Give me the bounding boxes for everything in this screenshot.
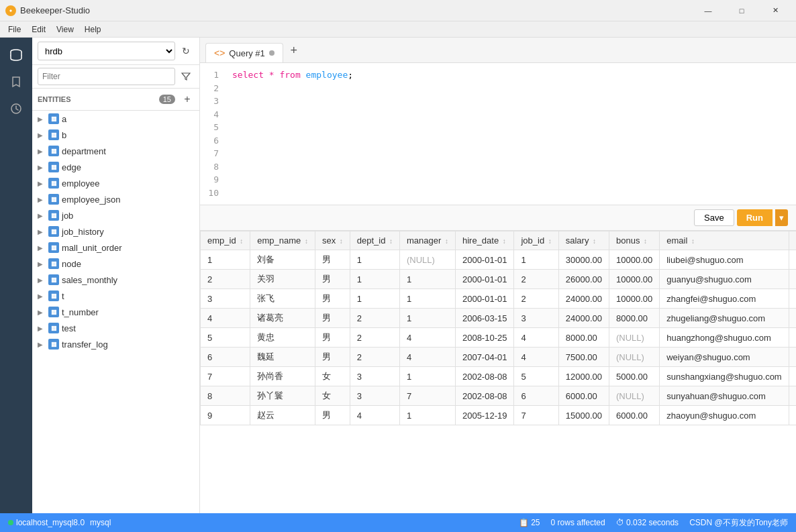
save-button[interactable]: Save [694,209,734,226]
list-item[interactable]: ▶ ▦ job [32,207,199,223]
bookmarks-icon-btn[interactable] [4,70,28,94]
list-item[interactable]: ▶ ▦ sales_monthly [32,272,199,288]
list-item[interactable]: ▶ ▦ mall_unit_order [32,240,199,256]
col-email[interactable]: email ↕ [660,231,789,250]
minimize-button[interactable]: — [693,0,724,21]
table-row[interactable]: 5黄忠男242008-10-2548000.00(NULL)huangzhong… [201,328,797,348]
col-dept_id[interactable]: dept_id ↕ [350,231,399,250]
editor-area: 12345 678910 select * from employee; [200,63,796,205]
table-cell: sunyahuan@shuguo.com [660,386,789,406]
entity-name-label: department [62,146,106,156]
table-cell: 女 [315,386,350,406]
table-cell: zhugeliang@shuguo.com [660,309,789,328]
filter-input[interactable] [38,68,175,85]
code-line-4 [232,108,791,121]
list-item[interactable]: ▶ ▦ department [32,143,199,159]
results-area[interactable]: emp_id ↕ emp_name ↕ sex ↕ dept_id ↕ mana… [200,231,796,513]
table-row[interactable]: 9赵云男412005-12-19715000.006000.00zhaoyun@… [201,406,797,425]
list-item[interactable]: ▶ ▦ transfer_log [32,336,199,352]
chevron-right-icon: ▶ [38,164,46,171]
entities-label: ENTITIES [38,95,159,103]
menu-edit[interactable]: Edit [26,23,51,36]
code-editor[interactable]: select * from employee; [227,68,796,199]
col-emp_name[interactable]: emp_name ↕ [250,231,315,250]
table-cell: 男 [315,328,350,348]
db-refresh-button[interactable]: ↻ [178,43,194,59]
tab-query1[interactable]: <> Query #1 [205,43,283,62]
table-cell: 2000-01-01 [455,289,514,309]
table-cell: 2000-01-01 [455,270,514,289]
col-hire_date[interactable]: hire_date ↕ [455,231,514,250]
close-button[interactable]: ✕ [760,0,791,21]
table-cell: 4 [400,328,456,348]
db-select[interactable]: hrdb [38,42,175,60]
list-item[interactable]: ▶ ▦ t_number [32,304,199,320]
table-icon: ▦ [48,274,59,285]
col-job_id[interactable]: job_id ↕ [514,231,558,250]
menu-view[interactable]: View [51,23,79,36]
col-comment[interactable]: comme [789,231,796,250]
table-icon: ▦ [48,113,59,124]
table-row[interactable]: 1刘备男1(NULL)2000-01-01130000.0010000.00li… [201,250,797,270]
table-cell: 15000.00 [558,406,609,425]
table-cell: 1 [400,289,456,309]
maximize-button[interactable]: □ [726,0,757,21]
col-salary[interactable]: salary ↕ [558,231,609,250]
entity-name-label: transfer_log [62,339,108,350]
filter-icon[interactable] [178,68,194,85]
table-cell: 孙丫鬟 [250,386,315,406]
code-line-9 [232,173,791,187]
entity-name-label: job [62,211,73,221]
table-row[interactable]: 6魏延男242007-04-0147500.00(NULL)weiyan@shu… [201,348,797,367]
list-item[interactable]: ▶ ▦ t [32,288,199,304]
table-icon: ▦ [48,162,59,172]
connection-status[interactable]: localhost_mysql8.0 [8,518,85,527]
table-cell: weiyan@shuguo.com [660,348,789,367]
col-emp_id[interactable]: emp_id ↕ [201,231,250,250]
list-item[interactable]: ▶ ▦ employee_json [32,191,199,207]
table-row[interactable]: 4诸葛亮男212006-03-15324000.008000.00zhugeli… [201,309,797,328]
table-cell: (NUI [789,270,796,289]
chevron-right-icon: ▶ [38,309,46,316]
list-item[interactable]: ▶ ▦ job_history [32,223,199,240]
results-table: emp_id ↕ emp_name ↕ sex ↕ dept_id ↕ mana… [200,231,796,425]
table-cell: 2 [350,328,399,348]
col-manager[interactable]: manager ↕ [400,231,456,250]
database-icon-btn[interactable] [4,43,28,67]
menu-help[interactable]: Help [79,23,107,36]
code-line-1: select * from employee; [232,68,791,82]
table-cell: 1 [400,309,456,328]
list-item[interactable]: ▶ ▦ edge [32,159,199,175]
table-cell: 3 [201,289,250,309]
list-item[interactable]: ▶ ▦ test [32,320,199,336]
table-cell: 2002-08-08 [455,367,514,386]
table-row[interactable]: 3张飞男112000-01-01224000.0010000.00zhangfe… [201,289,797,309]
table-row[interactable]: 7孙尚香女312002-08-08512000.005000.00sunshan… [201,367,797,386]
col-sex[interactable]: sex ↕ [315,231,350,250]
list-item[interactable]: ▶ ▦ node [32,256,199,272]
col-bonus[interactable]: bonus ↕ [609,231,659,250]
table-cell: huangzhong@shuguo.com [660,328,789,348]
connection-dot [8,520,13,525]
table-cell: 24000.00 [558,289,609,309]
list-item[interactable]: ▶ ▦ a [32,111,199,127]
sidebar-panel: hrdb ↻ ENTITIES 15 + ▶ ▦ a ▶ ▦ b ▶ [32,38,200,513]
table-cell: 2000-01-01 [455,250,514,270]
run-button[interactable]: Run [737,209,773,226]
run-dropdown-button[interactable]: ▾ [775,209,788,226]
menu-file[interactable]: File [3,23,26,36]
list-item[interactable]: ▶ ▦ employee [32,175,199,191]
table-cell: NUI [789,386,796,406]
history-icon-btn[interactable] [4,97,28,121]
table-icon: ▦ [48,258,59,269]
entities-add-button[interactable]: + [181,93,194,106]
table-cell: (NUI [789,250,796,270]
entity-name-label: employee [62,178,99,189]
table-row[interactable]: 2关羽男112000-01-01226000.0010000.00guanyu@… [201,270,797,289]
list-item[interactable]: ▶ ▦ b [32,127,199,143]
tab-add-button[interactable]: + [285,41,303,60]
table-cell: 3 [350,386,399,406]
table-cell: 5 [514,367,558,386]
tab-query-icon: <> [214,48,225,58]
table-row[interactable]: 8孙丫鬟女372002-08-0866000.00(NULL)sunyahuan… [201,386,797,406]
